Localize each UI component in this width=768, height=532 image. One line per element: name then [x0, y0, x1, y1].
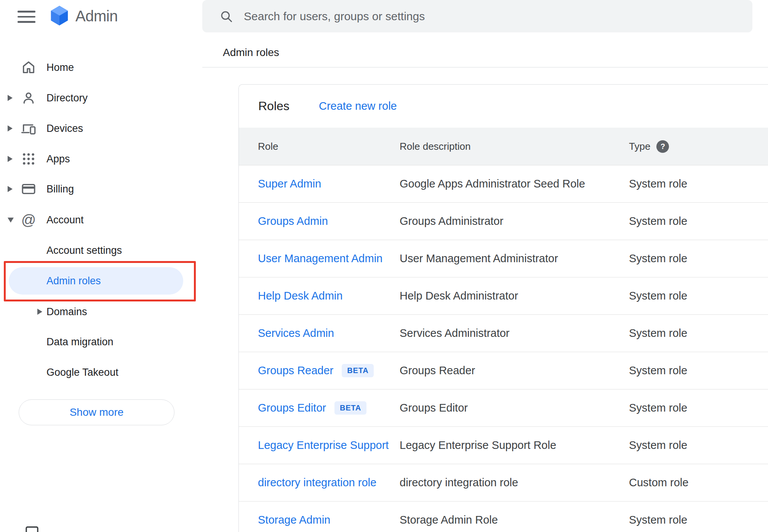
role-description: Groups Administrator [400, 203, 503, 240]
role-description: Services Administrator [400, 315, 510, 352]
role-description: User Management Administrator [400, 240, 558, 277]
search-icon [219, 10, 233, 23]
home-icon [20, 59, 37, 76]
table-row: Groups Admin Groups Administrator System… [239, 203, 768, 240]
partial-bottom-icon [24, 525, 40, 532]
role-type: System role [629, 165, 687, 202]
role-description: Help Desk Administrator [400, 277, 518, 314]
sidebar-item-account[interactable]: @ Account [0, 206, 202, 234]
table-row: Help Desk Admin Help Desk Administrator … [239, 277, 768, 315]
role-type: Custom role [629, 464, 688, 501]
role-description: Groups Editor [400, 389, 468, 426]
sidebar-item-data-migration[interactable]: Data migration [0, 328, 202, 356]
sidebar-item-domains[interactable]: Domains [0, 298, 202, 325]
breadcrumb: Admin roles [223, 45, 279, 60]
search-bar[interactable] [202, 0, 752, 32]
role-type: System role [629, 203, 687, 240]
sidebar-item-home[interactable]: Home [0, 54, 202, 81]
table-row: Services Admin Services Administrator Sy… [239, 315, 768, 352]
role-type: System role [629, 315, 687, 352]
expand-right-icon[interactable] [8, 156, 13, 162]
column-header-role: Role [258, 128, 278, 165]
role-link[interactable]: Groups Reader [258, 364, 333, 377]
role-type: System role [629, 427, 687, 464]
apps-grid-icon [20, 151, 37, 167]
expand-right-icon[interactable] [8, 95, 13, 101]
role-link[interactable]: Help Desk Admin [258, 290, 342, 302]
role-link[interactable]: Super Admin [258, 178, 321, 190]
role-link[interactable]: User Management Admin [258, 252, 382, 265]
beta-badge: BETA [334, 401, 366, 415]
expand-right-icon[interactable] [8, 186, 13, 192]
expand-right-icon[interactable] [37, 309, 42, 315]
role-type: System role [629, 389, 687, 426]
table-row: Storage Admin Storage Admin Role System … [239, 502, 768, 532]
credit-card-icon [20, 181, 37, 197]
column-header-description: Role description [400, 128, 470, 165]
header-divider [202, 67, 768, 67]
beta-badge: BETA [342, 364, 374, 377]
sidebar-item-billing[interactable]: Billing [0, 175, 202, 203]
role-description: directory integration role [400, 464, 518, 501]
role-link[interactable]: Storage Admin [258, 514, 330, 526]
expand-right-icon[interactable] [8, 125, 13, 131]
role-link[interactable]: directory integration role [258, 476, 376, 489]
role-type: System role [629, 277, 687, 314]
role-description: Storage Admin Role [400, 502, 498, 532]
column-header-type: Type ? [629, 128, 669, 165]
sidebar-item-apps[interactable]: Apps [0, 145, 202, 173]
card-header: Roles Create new role [239, 85, 768, 128]
devices-icon [20, 120, 37, 137]
sidebar-item-admin-roles[interactable]: Admin roles [0, 267, 202, 295]
menu-icon[interactable] [18, 11, 35, 23]
role-type: System role [629, 352, 687, 389]
expand-down-icon[interactable] [8, 218, 14, 223]
table-header: Role Role description Type ? [239, 128, 768, 165]
table-row: Legacy Enterprise Support Legacy Enterpr… [239, 427, 768, 464]
role-link[interactable]: Groups Editor [258, 402, 326, 414]
sidebar-item-account-settings[interactable]: Account settings [0, 237, 202, 264]
table-row: directory integration role directory int… [239, 464, 768, 502]
role-link[interactable]: Services Admin [258, 327, 334, 340]
at-icon: @ [20, 212, 37, 228]
page-title: Roles [258, 85, 290, 128]
sidebar-item-directory[interactable]: Directory [0, 84, 202, 112]
roles-card: Roles Create new role Role Role descript… [238, 84, 768, 532]
table-row: Groups Reader BETA Groups Reader System … [239, 352, 768, 389]
role-link[interactable]: Groups Admin [258, 215, 328, 228]
table-row: Super Admin Google Apps Administrator Se… [239, 165, 768, 203]
role-type: System role [629, 502, 687, 532]
role-link[interactable]: Legacy Enterprise Support [258, 439, 389, 452]
app-title: Admin [75, 7, 118, 25]
table-row: User Management Admin User Management Ad… [239, 240, 768, 277]
role-description: Groups Reader [400, 352, 475, 389]
role-type: System role [629, 240, 687, 277]
sidebar-item-google-takeout[interactable]: Google Takeout [0, 359, 202, 386]
person-icon [20, 90, 37, 106]
search-input[interactable] [244, 10, 752, 23]
table-row: Groups Editor BETA Groups Editor System … [239, 389, 768, 427]
create-new-role-link[interactable]: Create new role [319, 85, 397, 128]
help-icon[interactable]: ? [656, 140, 669, 153]
role-description: Google Apps Administrator Seed Role [400, 165, 585, 202]
sidebar-item-devices[interactable]: Devices [0, 115, 202, 142]
show-more-button[interactable]: Show more [19, 399, 174, 425]
role-description: Legacy Enterprise Support Role [400, 427, 556, 464]
google-admin-logo-icon [49, 5, 70, 26]
